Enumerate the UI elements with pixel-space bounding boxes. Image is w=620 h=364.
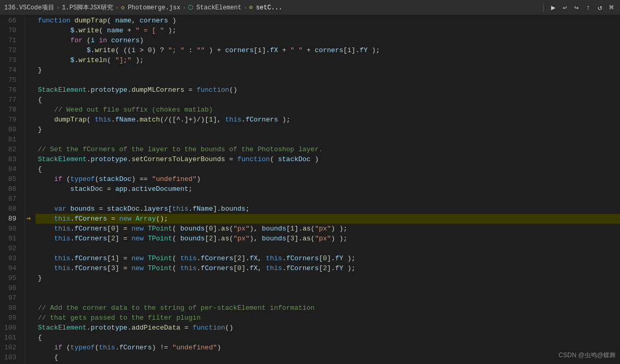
code-line-99: // that gets passed to the filter plugin — [35, 313, 620, 323]
code-line-87 — [35, 194, 620, 204]
code-line-95: } — [35, 273, 620, 283]
code-line-84: { — [35, 164, 620, 174]
code-line-75 — [35, 75, 620, 85]
code-line-100: StackElement.prototype.addPieceData = fu… — [35, 323, 620, 333]
breadcrumb-item-3[interactable]: Photomerge.jsx — [128, 4, 181, 11]
code-line-93: this.fCorners[1] = new TPoint( this.fCor… — [35, 253, 620, 263]
toolbar-actions: ▶ ↩ ↪ ↑ ↺ ⌘ — [531, 2, 616, 13]
line-numbers: 66 70 71 72 73 74 75 76 77 78 79 80 81 8… — [0, 16, 25, 364]
code-line-97 — [35, 293, 620, 303]
code-line-72: $.write( ((i > 0) ? "; " : "" ) + corner… — [35, 45, 620, 55]
watermark: CSDN @虫鸣@蝶舞 — [558, 351, 616, 360]
debug-stepinto-btn[interactable]: ↪ — [572, 2, 580, 13]
debug-stop-btn[interactable]: ⌘ — [607, 2, 616, 13]
code-line-79: dumpTrap( this.fName.match(/([^.]+)/)[1]… — [35, 115, 620, 125]
breadcrumb-item-4[interactable]: StackElement — [196, 4, 241, 11]
debug-continue-btn[interactable]: ▶ — [549, 2, 557, 13]
debug-restart-btn[interactable]: ↺ — [595, 2, 604, 13]
method-icon: ⊙ — [249, 4, 253, 11]
code-line-80: } — [35, 125, 620, 135]
debug-stepover-btn[interactable]: ↩ — [561, 3, 569, 13]
code-line-86: stackDoc = app.activeDocument; — [35, 184, 620, 194]
code-line-88: var bounds = stackDoc.layers[this.fName]… — [35, 204, 620, 214]
code-line-89: this.fCorners = new Array(); — [35, 214, 620, 224]
code-line-90: this.fCorners[0] = new TPoint( bounds[0]… — [35, 224, 620, 234]
file-icon: ◇ — [121, 4, 125, 11]
code-line-83: StackElement.prototype.setCornersToLayer… — [35, 154, 620, 164]
code-line-74: } — [35, 65, 620, 75]
breadcrumb-item-2[interactable]: 1.PS脚本JSX研究 — [62, 3, 113, 12]
code-line-102: if (typeof(this.fCorners) != "undefined"… — [35, 343, 620, 353]
code-line-82: // Set the fCorners of the layer to the … — [35, 144, 620, 154]
editor: 66 70 71 72 73 74 75 76 77 78 79 80 81 8… — [0, 16, 620, 364]
code-line-73: $.writeln( "];" ); — [35, 55, 620, 65]
code-line-70: $.write( name + " = [ " ); — [35, 26, 620, 35]
code-line-98: // Add the corner data to the string of … — [35, 303, 620, 313]
code-line-91: this.fCorners[2] = new TPoint( bounds[2]… — [35, 234, 620, 244]
class-icon: ⬡ — [188, 4, 193, 11]
code-line-101: { — [35, 333, 620, 343]
code-line-66: function dumpTrap( name, corners ) — [35, 16, 620, 26]
breadcrumb: 136.VSCode项目 › 1.PS脚本JSX研究 › ◇ Photomerg… — [4, 3, 531, 12]
titlebar: 136.VSCode项目 › 1.PS脚本JSX研究 › ◇ Photomerg… — [0, 0, 620, 16]
breadcrumb-item-5[interactable]: setC... — [256, 4, 282, 11]
code-line-92 — [35, 244, 620, 253]
code-line-85: if (typeof(stackDoc) == "undefined") — [35, 174, 620, 184]
code-area: 66 70 71 72 73 74 75 76 77 78 79 80 81 8… — [0, 16, 620, 364]
code-line-77: { — [35, 95, 620, 105]
code-line-96 — [35, 283, 620, 293]
code-lines[interactable]: function dumpTrap( name, corners ) $.wri… — [35, 16, 620, 364]
code-line-78: // Weed out file suffix (chokes matlab) — [35, 105, 620, 115]
code-line-81 — [35, 135, 620, 144]
debug-gutter: ⇒ — [25, 16, 35, 364]
breadcrumb-item-1[interactable]: 136.VSCode项目 — [4, 3, 54, 12]
debug-stepout-btn[interactable]: ↑ — [584, 3, 592, 13]
code-line-103: { — [35, 353, 620, 362]
code-line-76: StackElement.prototype.dumpMLCorners = f… — [35, 85, 620, 95]
code-line-94: this.fCorners[3] = new TPoint( this.fCor… — [35, 263, 620, 273]
debug-arrow-icon: ⇒ — [26, 214, 30, 224]
code-line-71: for (i in corners) — [35, 35, 620, 45]
